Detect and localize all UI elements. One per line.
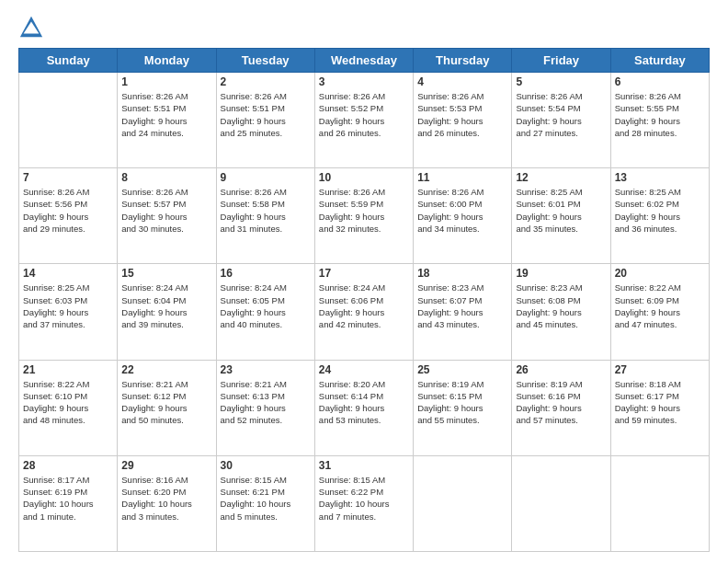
day-info: Sunrise: 8:26 AMSunset: 5:56 PMDaylight:… bbox=[23, 186, 113, 235]
calendar-cell: 19Sunrise: 8:23 AMSunset: 6:08 PMDayligh… bbox=[512, 264, 610, 360]
day-number: 28 bbox=[23, 459, 113, 472]
day-number: 9 bbox=[221, 171, 311, 184]
calendar-day-header: Thursday bbox=[414, 49, 512, 73]
day-info: Sunrise: 8:26 AMSunset: 5:51 PMDaylight:… bbox=[121, 90, 211, 139]
day-number: 1 bbox=[121, 75, 211, 88]
day-info: Sunrise: 8:26 AMSunset: 5:57 PMDaylight:… bbox=[121, 186, 211, 235]
calendar-cell: 11Sunrise: 8:26 AMSunset: 6:00 PMDayligh… bbox=[414, 168, 512, 264]
day-info: Sunrise: 8:17 AMSunset: 6:19 PMDaylight:… bbox=[23, 474, 113, 523]
calendar-cell bbox=[610, 455, 709, 551]
day-number: 27 bbox=[615, 363, 705, 376]
calendar-cell: 8Sunrise: 8:26 AMSunset: 5:57 PMDaylight… bbox=[118, 168, 216, 264]
day-info: Sunrise: 8:26 AMSunset: 5:54 PMDaylight:… bbox=[516, 90, 606, 139]
day-info: Sunrise: 8:23 AMSunset: 6:07 PMDaylight:… bbox=[417, 282, 507, 330]
day-info: Sunrise: 8:26 AMSunset: 5:58 PMDaylight:… bbox=[221, 186, 311, 235]
day-info: Sunrise: 8:25 AMSunset: 6:01 PMDaylight:… bbox=[516, 186, 606, 235]
calendar-cell: 9Sunrise: 8:26 AMSunset: 5:58 PMDaylight… bbox=[216, 168, 314, 264]
header bbox=[18, 15, 710, 40]
day-number: 19 bbox=[516, 267, 606, 280]
day-number: 14 bbox=[23, 267, 113, 280]
calendar-cell: 13Sunrise: 8:25 AMSunset: 6:02 PMDayligh… bbox=[610, 168, 709, 264]
day-number: 12 bbox=[516, 171, 606, 184]
calendar-cell: 14Sunrise: 8:25 AMSunset: 6:03 PMDayligh… bbox=[19, 264, 118, 360]
calendar-cell: 26Sunrise: 8:19 AMSunset: 6:16 PMDayligh… bbox=[512, 360, 610, 455]
day-number: 15 bbox=[121, 267, 211, 280]
day-number: 4 bbox=[417, 75, 507, 88]
calendar-cell: 6Sunrise: 8:26 AMSunset: 5:55 PMDaylight… bbox=[610, 73, 709, 168]
calendar-day-header: Tuesday bbox=[216, 49, 314, 73]
day-number: 21 bbox=[23, 363, 113, 376]
calendar-cell: 22Sunrise: 8:21 AMSunset: 6:12 PMDayligh… bbox=[118, 360, 216, 455]
calendar-cell: 24Sunrise: 8:20 AMSunset: 6:14 PMDayligh… bbox=[314, 360, 413, 455]
calendar-cell: 29Sunrise: 8:16 AMSunset: 6:20 PMDayligh… bbox=[118, 455, 216, 551]
calendar-cell: 20Sunrise: 8:22 AMSunset: 6:09 PMDayligh… bbox=[610, 264, 709, 360]
day-info: Sunrise: 8:16 AMSunset: 6:20 PMDaylight:… bbox=[121, 474, 211, 523]
day-number: 29 bbox=[121, 459, 211, 472]
day-info: Sunrise: 8:23 AMSunset: 6:08 PMDaylight:… bbox=[516, 282, 606, 330]
day-info: Sunrise: 8:19 AMSunset: 6:16 PMDaylight:… bbox=[516, 378, 606, 427]
calendar-cell: 10Sunrise: 8:26 AMSunset: 5:59 PMDayligh… bbox=[314, 168, 413, 264]
day-info: Sunrise: 8:24 AMSunset: 6:04 PMDaylight:… bbox=[121, 282, 211, 330]
day-number: 10 bbox=[319, 171, 409, 184]
day-number: 5 bbox=[516, 75, 606, 88]
calendar-day-header: Monday bbox=[118, 49, 216, 73]
calendar-day-header: Saturday bbox=[610, 49, 709, 73]
day-info: Sunrise: 8:22 AMSunset: 6:09 PMDaylight:… bbox=[615, 282, 705, 330]
day-number: 20 bbox=[615, 267, 705, 280]
day-number: 22 bbox=[121, 363, 211, 376]
calendar-cell: 12Sunrise: 8:25 AMSunset: 6:01 PMDayligh… bbox=[512, 168, 610, 264]
calendar-cell: 27Sunrise: 8:18 AMSunset: 6:17 PMDayligh… bbox=[610, 360, 709, 455]
calendar-header-row: SundayMondayTuesdayWednesdayThursdayFrid… bbox=[19, 49, 710, 73]
calendar-cell: 23Sunrise: 8:21 AMSunset: 6:13 PMDayligh… bbox=[216, 360, 314, 455]
day-info: Sunrise: 8:25 AMSunset: 6:02 PMDaylight:… bbox=[615, 186, 705, 235]
calendar-table: SundayMondayTuesdayWednesdayThursdayFrid… bbox=[18, 48, 710, 552]
day-number: 11 bbox=[417, 171, 507, 184]
day-info: Sunrise: 8:18 AMSunset: 6:17 PMDaylight:… bbox=[615, 378, 705, 427]
day-number: 6 bbox=[615, 75, 705, 88]
day-info: Sunrise: 8:26 AMSunset: 5:51 PMDaylight:… bbox=[221, 90, 311, 139]
calendar-week-row: 28Sunrise: 8:17 AMSunset: 6:19 PMDayligh… bbox=[19, 455, 710, 551]
day-info: Sunrise: 8:20 AMSunset: 6:14 PMDaylight:… bbox=[319, 378, 409, 427]
day-number: 18 bbox=[417, 267, 507, 280]
logo bbox=[18, 15, 48, 40]
day-info: Sunrise: 8:21 AMSunset: 6:13 PMDaylight:… bbox=[221, 378, 311, 427]
day-info: Sunrise: 8:26 AMSunset: 5:52 PMDaylight:… bbox=[319, 90, 409, 139]
calendar-cell: 15Sunrise: 8:24 AMSunset: 6:04 PMDayligh… bbox=[118, 264, 216, 360]
day-info: Sunrise: 8:26 AMSunset: 5:59 PMDaylight:… bbox=[319, 186, 409, 235]
calendar-cell: 21Sunrise: 8:22 AMSunset: 6:10 PMDayligh… bbox=[19, 360, 118, 455]
day-info: Sunrise: 8:25 AMSunset: 6:03 PMDaylight:… bbox=[23, 282, 113, 330]
calendar-cell: 28Sunrise: 8:17 AMSunset: 6:19 PMDayligh… bbox=[19, 455, 118, 551]
calendar-cell: 31Sunrise: 8:15 AMSunset: 6:22 PMDayligh… bbox=[314, 455, 413, 551]
calendar-cell: 3Sunrise: 8:26 AMSunset: 5:52 PMDaylight… bbox=[314, 73, 413, 168]
day-info: Sunrise: 8:22 AMSunset: 6:10 PMDaylight:… bbox=[23, 378, 113, 427]
calendar-day-header: Wednesday bbox=[314, 49, 413, 73]
calendar-cell: 5Sunrise: 8:26 AMSunset: 5:54 PMDaylight… bbox=[512, 73, 610, 168]
day-number: 17 bbox=[319, 267, 409, 280]
calendar-cell: 17Sunrise: 8:24 AMSunset: 6:06 PMDayligh… bbox=[314, 264, 413, 360]
day-info: Sunrise: 8:24 AMSunset: 6:05 PMDaylight:… bbox=[221, 282, 311, 330]
calendar-week-row: 1Sunrise: 8:26 AMSunset: 5:51 PMDaylight… bbox=[19, 73, 710, 168]
calendar-cell: 4Sunrise: 8:26 AMSunset: 5:53 PMDaylight… bbox=[414, 73, 512, 168]
calendar-cell bbox=[19, 73, 118, 168]
day-number: 23 bbox=[221, 363, 311, 376]
day-info: Sunrise: 8:15 AMSunset: 6:22 PMDaylight:… bbox=[319, 474, 409, 523]
page: SundayMondayTuesdayWednesdayThursdayFrid… bbox=[0, 0, 728, 563]
calendar-week-row: 21Sunrise: 8:22 AMSunset: 6:10 PMDayligh… bbox=[19, 360, 710, 455]
calendar-day-header: Friday bbox=[512, 49, 610, 73]
day-number: 31 bbox=[319, 459, 409, 472]
calendar-cell: 30Sunrise: 8:15 AMSunset: 6:21 PMDayligh… bbox=[216, 455, 314, 551]
day-info: Sunrise: 8:19 AMSunset: 6:15 PMDaylight:… bbox=[417, 378, 507, 427]
day-number: 7 bbox=[23, 171, 113, 184]
day-number: 24 bbox=[319, 363, 409, 376]
day-number: 25 bbox=[417, 363, 507, 376]
calendar-cell: 1Sunrise: 8:26 AMSunset: 5:51 PMDaylight… bbox=[118, 73, 216, 168]
calendar-cell bbox=[414, 455, 512, 551]
day-number: 26 bbox=[516, 363, 606, 376]
day-number: 30 bbox=[221, 459, 311, 472]
day-info: Sunrise: 8:21 AMSunset: 6:12 PMDaylight:… bbox=[121, 378, 211, 427]
day-number: 8 bbox=[121, 171, 211, 184]
day-info: Sunrise: 8:26 AMSunset: 5:55 PMDaylight:… bbox=[615, 90, 705, 139]
day-info: Sunrise: 8:15 AMSunset: 6:21 PMDaylight:… bbox=[221, 474, 311, 523]
calendar-cell: 7Sunrise: 8:26 AMSunset: 5:56 PMDaylight… bbox=[19, 168, 118, 264]
calendar-week-row: 7Sunrise: 8:26 AMSunset: 5:56 PMDaylight… bbox=[19, 168, 710, 264]
